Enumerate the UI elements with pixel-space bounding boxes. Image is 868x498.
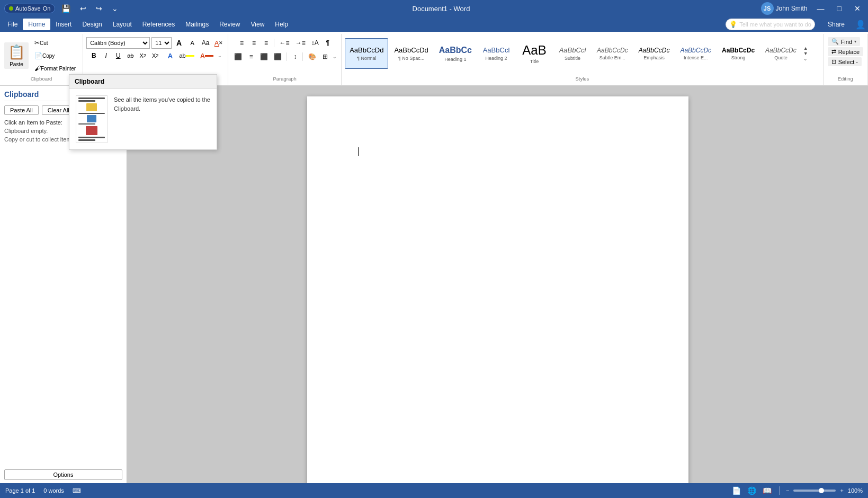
menu-review[interactable]: Review xyxy=(214,19,245,30)
format-painter-button[interactable]: 🖌 Format Painter xyxy=(32,63,78,74)
highlight-color-button[interactable]: ab xyxy=(176,50,196,61)
font-shrink-button[interactable]: A xyxy=(186,37,198,49)
style-title[interactable]: AaB Title xyxy=(516,38,553,69)
menu-design[interactable]: Design xyxy=(77,19,107,30)
share-button[interactable]: Share xyxy=(821,19,851,30)
show-hide-button[interactable]: ¶ xyxy=(322,37,334,49)
menu-view[interactable]: View xyxy=(246,19,270,30)
sort-button[interactable]: ↕A xyxy=(309,37,321,49)
multilevel-button[interactable]: ≡ xyxy=(261,37,272,49)
style-subtitle[interactable]: AaBbCcl Subtitle xyxy=(554,38,591,69)
bullets-button[interactable]: ≡ xyxy=(236,37,248,49)
title-bar: AutoSave On 💾 ↩ ↪ ⌄ Document1 - Word JS … xyxy=(0,0,868,17)
font-grow-button[interactable]: A xyxy=(173,37,185,49)
style-heading2[interactable]: AaBbCcl Heading 2 xyxy=(478,38,515,69)
text-effects-button[interactable]: A xyxy=(164,50,176,61)
style-subtle-emphasis[interactable]: AaBbCcDc Subtle Em... xyxy=(592,38,633,69)
ribbon-paragraph-group: ≡ ≡ ≡ ←≡ →≡ ↕A ¶ ⬛ ≡ ⬛ xyxy=(228,34,342,85)
redo-button[interactable]: ↪ xyxy=(93,3,105,14)
menu-mailings[interactable]: Mailings xyxy=(180,19,214,30)
styles-scroll-down[interactable]: ▼ xyxy=(802,51,809,56)
cut-button[interactable]: ✂ Cut xyxy=(32,37,51,49)
align-center-button[interactable]: ≡ xyxy=(245,51,257,63)
cut-label: Cut xyxy=(40,40,48,46)
document-title: Document1 - Word xyxy=(413,5,470,13)
paste-button[interactable]: 📋 Paste xyxy=(4,42,29,69)
autosave-label: AutoSave xyxy=(15,5,41,12)
superscript-button[interactable]: X2 xyxy=(149,50,161,61)
style-normal[interactable]: AaBbCcDd ¶ Normal xyxy=(345,38,388,69)
styles-scroll-up[interactable]: ▲ xyxy=(802,46,809,51)
font-color-button[interactable]: A xyxy=(198,50,216,61)
clipboard-options-button[interactable]: Options xyxy=(4,469,122,480)
subscript-button[interactable]: X2 xyxy=(137,50,149,61)
align-left-button[interactable]: ⬛ xyxy=(231,51,245,63)
save-button[interactable]: 💾 xyxy=(58,3,74,14)
numbering-button[interactable]: ≡ xyxy=(248,37,260,49)
styles-expand[interactable]: ⌄ xyxy=(802,56,809,61)
line-spacing-button[interactable]: ↕ xyxy=(289,51,301,63)
style-heading1-preview: AaBbCc xyxy=(439,45,472,55)
font-group-launcher[interactable]: ⌄ xyxy=(217,53,223,58)
shading-button[interactable]: 🎨 xyxy=(306,51,319,63)
underline-button[interactable]: U xyxy=(112,50,124,61)
highlight-color-bar xyxy=(186,55,194,57)
close-button[interactable]: ✕ xyxy=(851,3,864,14)
clear-format-button[interactable]: A ✕ xyxy=(213,37,225,49)
menu-help[interactable]: Help xyxy=(270,19,293,30)
maximize-button[interactable]: □ xyxy=(834,3,845,14)
copy-button[interactable]: 📄 Copy xyxy=(32,50,57,61)
menu-layout[interactable]: Layout xyxy=(108,19,137,30)
ribbon-styles-group: AaBbCcDd ¶ Normal AaBbCcDd ¶ No Spac... … xyxy=(342,34,824,85)
find-button[interactable]: 🔍 Find ▾ xyxy=(828,37,860,46)
italic-button[interactable]: I xyxy=(100,50,112,61)
menu-insert[interactable]: Insert xyxy=(50,19,77,30)
justify-button[interactable]: ⬛ xyxy=(271,51,284,63)
style-no-spacing[interactable]: AaBbCcDd ¶ No Spac... xyxy=(389,38,433,69)
autosave-toggle[interactable]: AutoSave On xyxy=(4,4,55,13)
text-cursor xyxy=(358,147,359,156)
style-strong[interactable]: AaBbCcDc Strong xyxy=(717,38,759,69)
thumb-img-1 xyxy=(86,103,97,111)
style-emphasis[interactable]: AaBbCcDc Emphasis xyxy=(634,38,675,69)
style-no-spacing-label: ¶ No Spac... xyxy=(398,56,424,61)
thumb-line-2 xyxy=(78,100,95,102)
select-button[interactable]: ⊡ Select - xyxy=(828,57,862,66)
strikethrough-button[interactable]: ab xyxy=(124,50,136,61)
increase-indent-button[interactable]: →≡ xyxy=(293,37,308,49)
shading-icon: 🎨 xyxy=(308,53,316,60)
styles-gallery: AaBbCcDd ¶ Normal AaBbCcDd ¶ No Spac... … xyxy=(345,37,809,70)
menu-references[interactable]: References xyxy=(137,19,180,30)
word-page[interactable] xyxy=(307,96,688,484)
numbering-icon: ≡ xyxy=(252,39,256,47)
paragraph-group-launcher[interactable]: ⌄ xyxy=(332,54,338,59)
borders-button[interactable]: ⊞ xyxy=(319,51,331,63)
decrease-indent-button[interactable]: ←≡ xyxy=(277,37,292,49)
account-icon[interactable]: 👤 xyxy=(855,20,866,30)
minimize-button[interactable]: — xyxy=(814,3,828,14)
status-bar: Page 1 of 1 0 words ⌨ 📄 🌐 📖 − + 100% xyxy=(0,483,868,484)
user-profile[interactable]: JS John Smith xyxy=(761,2,808,15)
align-right-button[interactable]: ⬛ xyxy=(257,51,271,63)
ribbon-editing-group: 🔍 Find ▾ ⇄ Replace ⊡ Select - Editing xyxy=(824,34,868,85)
user-avatar: JS xyxy=(761,2,774,15)
font-size-select[interactable]: 11 xyxy=(151,37,172,49)
change-case-button[interactable]: Aa xyxy=(200,37,211,49)
style-intense-emphasis[interactable]: AaBbCcDc Intense E... xyxy=(675,38,716,69)
menu-file[interactable]: File xyxy=(2,19,23,30)
style-heading1[interactable]: AaBbCc Heading 1 xyxy=(434,38,477,69)
customize-qat-button[interactable]: ⌄ xyxy=(109,3,121,14)
style-quote[interactable]: AaBbCcDc Quote xyxy=(760,38,801,69)
highlight-icon: ab xyxy=(179,52,185,59)
clipboard-popup: Clipboard See all the items you've copie… xyxy=(69,86,217,150)
thumb-line-3 xyxy=(78,113,105,114)
paste-all-button[interactable]: Paste All xyxy=(4,105,39,115)
tell-me-input[interactable]: 💡 Tell me what you want to do xyxy=(726,19,815,30)
menu-home[interactable]: Home xyxy=(23,19,50,30)
font-family-select[interactable]: Calibri (Body) xyxy=(86,37,150,49)
bold-button[interactable]: B xyxy=(88,50,100,61)
replace-button[interactable]: ⇄ Replace xyxy=(828,47,863,56)
undo-button[interactable]: ↩ xyxy=(77,3,90,14)
clipboard-group-label: Clipboard xyxy=(4,75,78,83)
style-strong-preview: AaBbCcDc xyxy=(722,47,755,54)
